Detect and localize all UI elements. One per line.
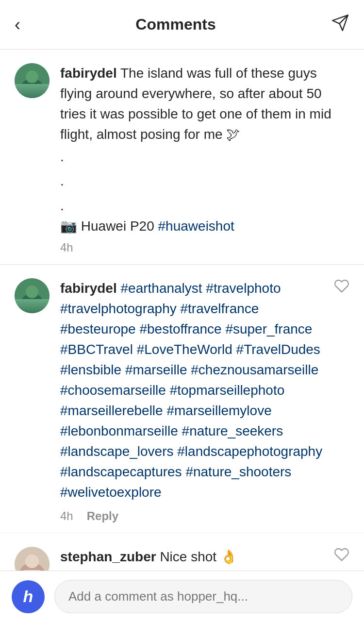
reply-button[interactable]: Reply [87,509,118,523]
svg-point-4 [26,70,38,83]
comment-username[interactable]: stephan_zuber [60,549,156,564]
comment-meta: 4h Reply [60,509,334,523]
comment-hashtags: #earthanalyst #travelphoto #travelphotog… [60,281,322,500]
comment-username[interactable]: fabirydel [60,281,117,296]
like-button[interactable] [334,278,349,297]
comment-text: fabirydel #earthanalyst #travelphoto #tr… [60,278,334,503]
comment-item: fabirydel #earthanalyst #travelphoto #tr… [0,265,364,533]
comment-time: 4h [60,241,73,254]
svg-point-5 [18,88,46,98]
avatar[interactable] [15,278,50,313]
comment-body: Nice shot 👌 [160,549,237,564]
camera-credit: 📷 Huawei P20 #huaweishot [60,218,349,234]
add-comment-input[interactable] [54,580,352,613]
svg-point-9 [18,303,46,313]
comment-text: stephan_zuber Nice shot 👌 [60,547,334,567]
comments-list: fabirydel The island was full of these g… [0,50,364,598]
comment-input-bar: h [0,571,364,622]
dots-separator: . [60,169,349,193]
comment-content: fabirydel #earthanalyst #travelphoto #tr… [60,278,334,523]
comment-item: fabirydel The island was full of these g… [0,50,364,265]
comment-meta: 4h [60,241,349,254]
avatar[interactable] [15,63,50,98]
svg-point-8 [26,286,38,298]
dots-separator: . [60,145,349,169]
back-button[interactable]: ‹ [15,15,20,35]
comment-time: 4h [60,509,73,523]
comment-content: fabirydel The island was full of these g… [60,63,349,254]
dots-separator: . [60,194,349,218]
header-title: Comments [135,16,215,34]
send-button[interactable] [331,14,349,35]
avatar-letter: h [23,587,33,606]
comment-username[interactable]: fabirydel [60,66,117,81]
svg-point-12 [25,555,39,568]
comments-header: ‹ Comments [0,0,364,50]
current-user-avatar: h [12,580,45,613]
like-button[interactable] [334,547,349,566]
comment-text: fabirydel The island was full of these g… [60,63,349,145]
